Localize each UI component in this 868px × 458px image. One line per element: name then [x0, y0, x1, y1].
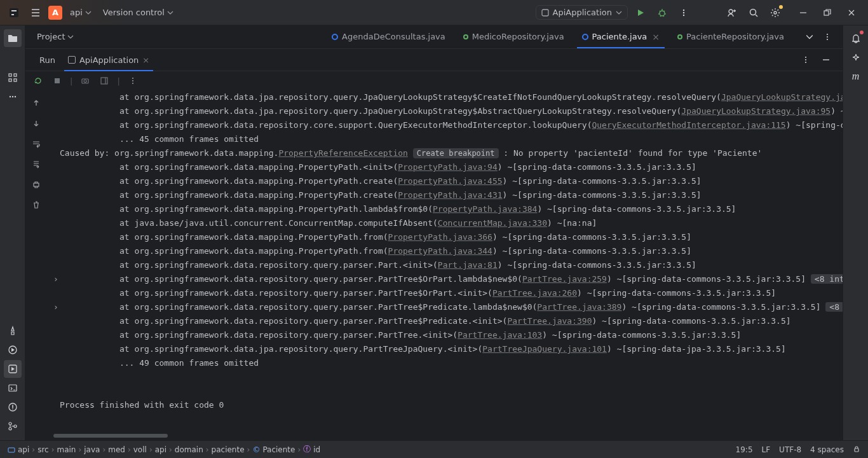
- stack-trace-link[interactable]: PartTreeJpaQuery.java:101: [482, 344, 607, 354]
- clear-icon[interactable]: [30, 198, 43, 211]
- stack-trace-link[interactable]: PartTree.java:259: [522, 274, 607, 284]
- breadcrumb-item[interactable]: java: [84, 445, 100, 454]
- create-breakpoint-badge[interactable]: Create breakpoint: [413, 148, 499, 158]
- debug-button[interactable]: [653, 4, 671, 22]
- build-tool-icon[interactable]: [4, 322, 22, 340]
- breadcrumb-item[interactable]: paciente: [212, 445, 245, 454]
- stack-trace-link[interactable]: PartTree.java:103: [458, 330, 542, 340]
- screenshot-icon[interactable]: [79, 74, 92, 87]
- expand-frames-icon[interactable]: ›: [53, 272, 60, 286]
- scroll-to-end-icon[interactable]: [30, 158, 43, 170]
- editor-tabs: AgendaDeConsultas.javaMedicoRepository.j…: [323, 25, 797, 48]
- stop-icon[interactable]: [51, 74, 64, 87]
- soft-wrap-icon[interactable]: [30, 137, 43, 150]
- breadcrumb-item[interactable]: api: [8, 445, 29, 454]
- breadcrumb-item[interactable]: med: [108, 445, 125, 454]
- project-tool-dropdown[interactable]: Project: [33, 29, 78, 44]
- tab-run[interactable]: Run: [33, 48, 62, 71]
- svg-rect-39: [855, 448, 858, 452]
- tab-actions-menu[interactable]: [820, 29, 835, 45]
- git-tool-icon[interactable]: [4, 417, 22, 435]
- services-tool-icon[interactable]: [4, 341, 22, 359]
- run-config-dropdown[interactable]: ApiApplication: [536, 5, 628, 20]
- svg-point-5: [683, 14, 684, 15]
- panel-minimize-icon[interactable]: [817, 51, 835, 69]
- terminal-tool-icon[interactable]: [4, 379, 22, 397]
- readonly-lock-icon[interactable]: [853, 445, 860, 454]
- structure-tool-icon[interactable]: [4, 69, 22, 87]
- svg-point-8: [774, 11, 776, 14]
- run-tool-icon[interactable]: [4, 360, 22, 378]
- status-encoding[interactable]: UTF-8: [779, 445, 801, 454]
- project-name-dropdown[interactable]: api: [66, 5, 95, 20]
- breadcrumb-separator: ›: [128, 445, 131, 454]
- window-maximize[interactable]: [816, 4, 839, 22]
- stack-trace-link[interactable]: JpaQueryLookupStrategy.java:2: [721, 92, 843, 102]
- run-button[interactable]: [632, 4, 649, 22]
- layout-icon[interactable]: [98, 74, 111, 87]
- stack-trace-link[interactable]: PropertyPath.java:344: [388, 246, 492, 256]
- stack-trace-link[interactable]: PartTree.java:390: [507, 316, 592, 326]
- collapsed-frames-badge[interactable]: <8 internal: [811, 274, 843, 284]
- code-with-me-icon[interactable]: [723, 4, 741, 22]
- more-tools-icon[interactable]: [4, 88, 22, 106]
- status-line-col[interactable]: 19:5: [736, 445, 753, 454]
- stack-trace-link[interactable]: PartTree.java:260: [492, 288, 577, 298]
- settings-icon[interactable]: [766, 4, 784, 22]
- stack-trace-link[interactable]: PropertyReferenceException: [278, 148, 408, 158]
- ai-assistant-icon[interactable]: [847, 48, 865, 66]
- rerun-icon[interactable]: [32, 74, 44, 87]
- breadcrumb-item[interactable]: api: [155, 445, 166, 454]
- breadcrumb-item[interactable]: domain: [175, 445, 203, 454]
- stack-trace-link[interactable]: Part.java:81: [438, 260, 498, 270]
- scroll-up-icon[interactable]: [30, 97, 43, 109]
- stack-trace-link[interactable]: PropertyPath.java:94: [398, 162, 498, 172]
- window-minimize[interactable]: [792, 4, 815, 22]
- editor-tab[interactable]: MedicoRepository.java: [454, 25, 573, 48]
- search-everywhere-icon[interactable]: [745, 4, 763, 22]
- breadcrumb-item[interactable]: src: [37, 445, 49, 454]
- maven-tool-icon[interactable]: m: [847, 67, 865, 85]
- main-menu-icon[interactable]: [27, 4, 44, 22]
- window-close[interactable]: [840, 4, 863, 22]
- stack-trace-link[interactable]: QueryExecutorMethodInterceptor.java:115: [592, 120, 785, 130]
- stack-trace-link[interactable]: ConcurrentMap.java:330: [438, 218, 547, 228]
- panel-options-icon[interactable]: [797, 51, 815, 69]
- close-icon[interactable]: ×: [142, 55, 149, 65]
- tab-apiapplication[interactable]: ApiApplication ×: [62, 48, 156, 71]
- editor-tab[interactable]: AgendaDeConsultas.java: [323, 25, 454, 48]
- collapsed-frames-badge[interactable]: <8 inter: [825, 302, 843, 312]
- stack-trace-link[interactable]: PropertyPath.java:384: [433, 204, 537, 214]
- horizontal-scrollbar[interactable]: [47, 434, 843, 440]
- project-tool-icon[interactable]: [4, 29, 22, 47]
- more-run-options[interactable]: [675, 4, 693, 22]
- close-icon[interactable]: ×: [652, 32, 660, 42]
- vcs-dropdown[interactable]: Version control: [99, 5, 177, 20]
- stack-trace-link[interactable]: PropertyPath.java:455: [398, 176, 502, 186]
- tab-list-dropdown[interactable]: [802, 29, 817, 45]
- notifications-icon[interactable]: [847, 29, 865, 47]
- stack-trace-link[interactable]: PartTree.java:389: [537, 302, 621, 312]
- print-icon[interactable]: [30, 178, 43, 191]
- status-indent[interactable]: 4 spaces: [810, 445, 844, 454]
- problems-tool-icon[interactable]: [4, 398, 22, 416]
- scroll-down-icon[interactable]: [30, 117, 43, 130]
- breadcrumb-item[interactable]: ⓕid: [303, 444, 320, 455]
- stack-trace-link[interactable]: PropertyPath.java:366: [388, 232, 492, 242]
- breadcrumb-separator: ›: [169, 445, 172, 454]
- status-line-sep[interactable]: LF: [762, 445, 771, 454]
- intellij-logo-icon[interactable]: [5, 4, 23, 22]
- project-bar: Project AgendaDeConsultas.javaMedicoRepo…: [25, 25, 843, 48]
- breadcrumb-item[interactable]: voll: [133, 445, 147, 454]
- stack-trace-link[interactable]: JpaQueryLookupStrategy.java:95: [681, 106, 831, 116]
- editor-tab[interactable]: Paciente.java×: [573, 25, 668, 48]
- breadcrumb-item[interactable]: main: [57, 445, 76, 454]
- expand-frames-icon[interactable]: ›: [53, 300, 60, 314]
- stack-trace-link[interactable]: PropertyPath.java:431: [398, 190, 502, 200]
- toolbar-more-icon[interactable]: [126, 74, 139, 87]
- breadcrumbs[interactable]: api›src›main›java›med›voll›api›domain›pa…: [8, 444, 320, 455]
- editor-tab[interactable]: PacienteRepository.java: [668, 25, 793, 48]
- breadcrumb-item[interactable]: ©Paciente: [252, 445, 295, 454]
- console-output[interactable]: at org.springframework.data.jpa.reposito…: [47, 90, 843, 434]
- run-toolbar: | |: [25, 71, 843, 90]
